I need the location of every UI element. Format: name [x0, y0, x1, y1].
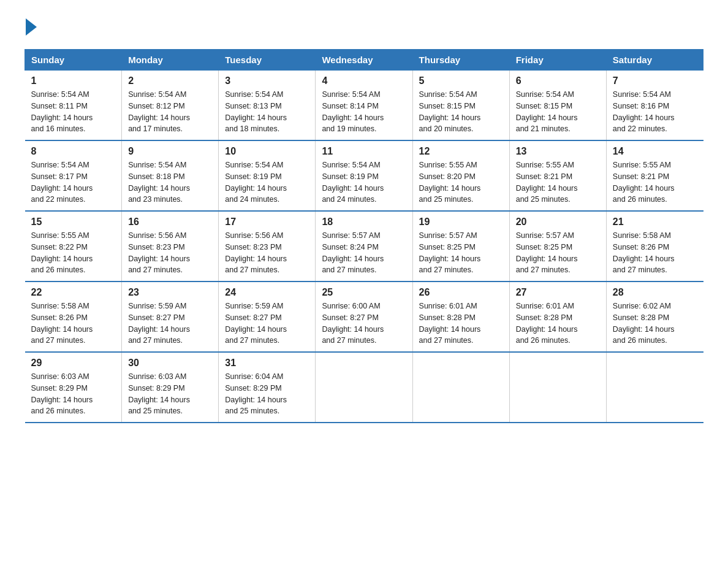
calendar-cell: 21 Sunrise: 5:58 AM Sunset: 8:26 PM Dayl… [606, 211, 703, 282]
daylight-label: Daylight: 14 hours [419, 325, 481, 334]
sunset-label: Sunset: 8:27 PM [225, 313, 281, 322]
daylight-label: Daylight: 14 hours [128, 396, 190, 404]
day-info: Sunrise: 5:58 AM Sunset: 8:26 PM Dayligh… [613, 230, 697, 276]
day-info: Sunrise: 5:55 AM Sunset: 8:22 PM Dayligh… [31, 230, 116, 276]
daylight-value: and 22 minutes. [613, 124, 667, 133]
day-info: Sunrise: 5:54 AM Sunset: 8:15 PM Dayligh… [419, 89, 503, 135]
calendar-week-row: 29 Sunrise: 6:03 AM Sunset: 8:29 PM Dayl… [25, 352, 703, 423]
header-sunday: Sunday [25, 50, 122, 71]
header-wednesday: Wednesday [316, 50, 412, 71]
day-info: Sunrise: 6:03 AM Sunset: 8:29 PM Dayligh… [128, 371, 212, 417]
daylight-label: Daylight: 14 hours [322, 325, 384, 334]
calendar-cell: 6 Sunrise: 5:54 AM Sunset: 8:15 PM Dayli… [509, 71, 606, 141]
calendar-cell [412, 352, 509, 423]
day-number: 10 [225, 146, 309, 157]
calendar-cell: 1 Sunrise: 5:54 AM Sunset: 8:11 PM Dayli… [25, 71, 122, 141]
day-info: Sunrise: 5:54 AM Sunset: 8:14 PM Dayligh… [322, 89, 406, 135]
sunrise-label: Sunrise: 5:54 AM [128, 161, 186, 169]
daylight-label: Daylight: 14 hours [31, 396, 93, 404]
calendar-cell: 7 Sunrise: 5:54 AM Sunset: 8:16 PM Dayli… [606, 71, 703, 141]
header-row: Sunday Monday Tuesday Wednesday Thursday… [25, 50, 703, 71]
day-info: Sunrise: 5:59 AM Sunset: 8:27 PM Dayligh… [225, 301, 309, 347]
sunset-label: Sunset: 8:24 PM [322, 243, 378, 251]
calendar-cell: 23 Sunrise: 5:59 AM Sunset: 8:27 PM Dayl… [122, 282, 219, 352]
day-info: Sunrise: 5:55 AM Sunset: 8:20 PM Dayligh… [419, 159, 503, 205]
calendar-cell: 31 Sunrise: 6:04 AM Sunset: 8:29 PM Dayl… [219, 352, 316, 423]
daylight-value: and 19 minutes. [322, 124, 376, 133]
day-info: Sunrise: 5:54 AM Sunset: 8:18 PM Dayligh… [128, 159, 212, 205]
sunrise-label: Sunrise: 6:01 AM [516, 302, 574, 310]
daylight-label: Daylight: 14 hours [516, 325, 578, 334]
day-number: 4 [322, 75, 406, 86]
sunset-label: Sunset: 8:13 PM [225, 102, 281, 110]
daylight-value: and 27 minutes. [322, 266, 376, 274]
day-info: Sunrise: 5:54 AM Sunset: 8:19 PM Dayligh… [225, 159, 309, 205]
day-info: Sunrise: 5:54 AM Sunset: 8:17 PM Dayligh… [31, 159, 116, 205]
day-number: 18 [322, 216, 406, 228]
daylight-value: and 27 minutes. [225, 266, 279, 274]
sunset-label: Sunset: 8:29 PM [128, 384, 184, 393]
day-info: Sunrise: 6:01 AM Sunset: 8:28 PM Dayligh… [516, 301, 600, 347]
sunrise-label: Sunrise: 5:57 AM [322, 231, 380, 240]
sunrise-label: Sunrise: 5:59 AM [225, 302, 283, 310]
sunset-label: Sunset: 8:14 PM [322, 102, 378, 110]
sunrise-label: Sunrise: 5:54 AM [322, 161, 380, 169]
day-info: Sunrise: 5:54 AM Sunset: 8:13 PM Dayligh… [225, 89, 309, 135]
day-number: 24 [225, 287, 309, 298]
daylight-label: Daylight: 14 hours [419, 113, 481, 122]
daylight-label: Daylight: 14 hours [322, 113, 384, 122]
day-number: 6 [516, 75, 600, 86]
day-number: 28 [613, 287, 697, 298]
day-number: 8 [31, 146, 116, 157]
daylight-label: Daylight: 14 hours [31, 325, 93, 334]
day-info: Sunrise: 5:54 AM Sunset: 8:15 PM Dayligh… [516, 89, 600, 135]
day-number: 5 [419, 75, 503, 86]
sunset-label: Sunset: 8:18 PM [128, 172, 184, 181]
calendar-header: Sunday Monday Tuesday Wednesday Thursday… [25, 50, 703, 71]
day-number: 21 [613, 216, 697, 228]
header-thursday: Thursday [412, 50, 509, 71]
calendar-cell: 2 Sunrise: 5:54 AM Sunset: 8:12 PM Dayli… [122, 71, 219, 141]
day-info: Sunrise: 5:57 AM Sunset: 8:25 PM Dayligh… [516, 230, 600, 276]
daylight-label: Daylight: 14 hours [516, 184, 578, 193]
daylight-value: and 21 minutes. [516, 124, 571, 133]
sunset-label: Sunset: 8:27 PM [128, 313, 184, 322]
day-number: 11 [322, 146, 406, 157]
sunset-label: Sunset: 8:22 PM [31, 243, 88, 251]
sunset-label: Sunset: 8:28 PM [516, 313, 572, 322]
calendar-cell [606, 352, 703, 423]
sunset-label: Sunset: 8:16 PM [613, 102, 669, 110]
sunset-label: Sunset: 8:29 PM [225, 384, 281, 393]
day-info: Sunrise: 5:59 AM Sunset: 8:27 PM Dayligh… [128, 301, 212, 347]
daylight-value: and 26 minutes. [31, 266, 86, 274]
calendar-cell: 5 Sunrise: 5:54 AM Sunset: 8:15 PM Dayli… [412, 71, 509, 141]
calendar-cell: 16 Sunrise: 5:56 AM Sunset: 8:23 PM Dayl… [122, 211, 219, 282]
sunset-label: Sunset: 8:27 PM [322, 313, 378, 322]
day-number: 9 [128, 146, 212, 157]
calendar-cell: 15 Sunrise: 5:55 AM Sunset: 8:22 PM Dayl… [25, 211, 122, 282]
daylight-label: Daylight: 14 hours [419, 184, 481, 193]
daylight-value: and 27 minutes. [128, 266, 183, 274]
daylight-value: and 22 minutes. [31, 195, 86, 204]
sunrise-label: Sunrise: 5:54 AM [31, 90, 89, 99]
day-info: Sunrise: 5:54 AM Sunset: 8:16 PM Dayligh… [613, 89, 697, 135]
daylight-value: and 27 minutes. [31, 336, 86, 345]
header-tuesday: Tuesday [219, 50, 316, 71]
calendar-cell: 17 Sunrise: 5:56 AM Sunset: 8:23 PM Dayl… [219, 211, 316, 282]
calendar-week-row: 8 Sunrise: 5:54 AM Sunset: 8:17 PM Dayli… [25, 140, 703, 211]
calendar-cell: 28 Sunrise: 6:02 AM Sunset: 8:28 PM Dayl… [606, 282, 703, 352]
day-number: 27 [516, 287, 600, 298]
daylight-value: and 23 minutes. [128, 195, 183, 204]
sunrise-label: Sunrise: 5:58 AM [31, 302, 89, 310]
day-info: Sunrise: 6:01 AM Sunset: 8:28 PM Dayligh… [419, 301, 503, 347]
daylight-value: and 24 minutes. [225, 195, 279, 204]
daylight-value: and 17 minutes. [128, 124, 183, 133]
sunset-label: Sunset: 8:29 PM [31, 384, 88, 393]
daylight-label: Daylight: 14 hours [419, 255, 481, 263]
daylight-value: and 24 minutes. [322, 195, 376, 204]
day-info: Sunrise: 5:54 AM Sunset: 8:11 PM Dayligh… [31, 89, 116, 135]
calendar-cell: 25 Sunrise: 6:00 AM Sunset: 8:27 PM Dayl… [316, 282, 412, 352]
daylight-label: Daylight: 14 hours [225, 396, 287, 404]
day-info: Sunrise: 5:55 AM Sunset: 8:21 PM Dayligh… [516, 159, 600, 205]
sunrise-label: Sunrise: 5:54 AM [225, 90, 283, 99]
